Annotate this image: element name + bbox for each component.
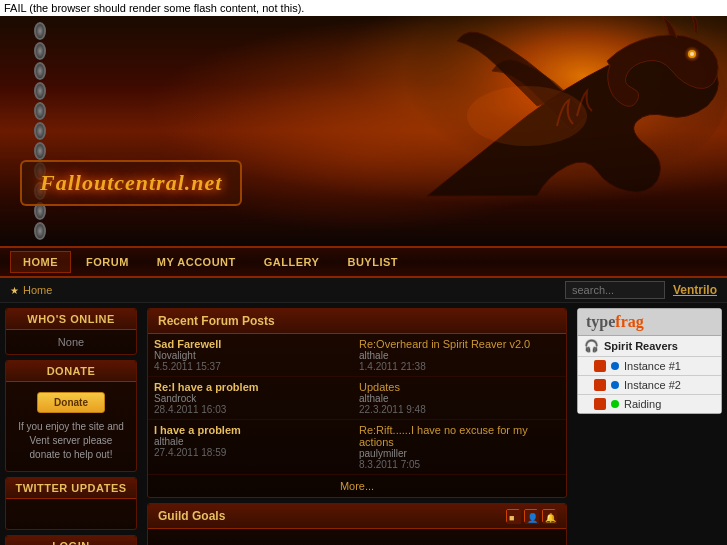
typefrag-row-spirit-reavers: 🎧 Spirit Reavers	[578, 336, 721, 357]
left-sidebar: Who's Online None Donate Donate If you e…	[5, 308, 137, 545]
post-right-2: Updates althale 22.3.2011 9:48	[359, 381, 560, 415]
svg-point-4	[35, 103, 45, 119]
typefrag-label-instance-2: Instance #2	[624, 379, 681, 391]
breadcrumb: ★ Home	[10, 284, 52, 296]
search-input[interactable]	[565, 281, 665, 299]
navigation-bar: HOME FORUM MY ACCOUNT GALLERY BUYLIST	[0, 246, 727, 278]
flash-fail-notice: FAIL (the browser should render some fla…	[0, 0, 727, 16]
svg-point-3	[35, 83, 45, 99]
instance-2-status-dot	[611, 381, 619, 389]
site-title-container: Falloutcentral.net	[20, 160, 242, 206]
donate-button-area: Donate	[12, 392, 130, 413]
nav-item-home[interactable]: HOME	[10, 251, 71, 273]
post-title-1[interactable]: Sad Farewell	[154, 338, 355, 350]
svg-point-14	[690, 52, 694, 56]
post-right-1: Re:Overheard in Spirit Reaver v2.0 altha…	[359, 338, 560, 372]
post-date-1: 4.5.2011 15:37	[154, 361, 355, 372]
post-reply-2[interactable]: Updates	[359, 381, 560, 393]
instance-1-color-icon	[594, 360, 606, 372]
guild-icon-3[interactable]: 🔔	[542, 509, 556, 523]
svg-text:🔔: 🔔	[545, 512, 557, 524]
instance-2-color-icon	[594, 379, 606, 391]
svg-point-5	[35, 123, 45, 139]
forum-posts-widget: Recent Forum Posts Sad Farewell Novaligh…	[147, 308, 567, 498]
post-reply-1[interactable]: Re:Overheard in Spirit Reaver v2.0	[359, 338, 560, 350]
svg-text:■: ■	[509, 513, 514, 523]
forum-post-row-1: Sad Farewell Novalight 4.5.2011 15:37 Re…	[148, 334, 566, 377]
right-sidebar: typefrag 🎧 Spirit Reavers Instance #1	[577, 308, 722, 545]
post-reply-date-3: 8.3.2011 7:05	[359, 459, 560, 470]
headphone-icon: 🎧	[584, 339, 599, 353]
center-content: Recent Forum Posts Sad Farewell Novaligh…	[142, 308, 572, 545]
svg-point-1	[35, 43, 45, 59]
svg-point-0	[35, 23, 45, 39]
post-reply-author-2: althale	[359, 393, 560, 404]
guild-icon-2[interactable]: 👤	[524, 509, 538, 523]
post-author-2: Sandrock	[154, 393, 355, 404]
twitter-widget: Twitter Updates	[5, 477, 137, 530]
nav-item-my-account[interactable]: MY ACCOUNT	[144, 251, 249, 273]
twitter-content	[6, 499, 136, 529]
more-posts-link[interactable]: More...	[148, 475, 566, 497]
guild-icon-1[interactable]: ■	[506, 509, 520, 523]
post-reply-author-3: paulymiller	[359, 448, 560, 459]
typefrag-row-raiding: Raiding	[578, 395, 721, 413]
post-title-2[interactable]: Re:I have a problem	[154, 381, 355, 393]
instance-1-status-dot	[611, 362, 619, 370]
dragon-graphic	[227, 16, 727, 246]
donate-widget: Donate Donate If you enjoy the site and …	[5, 360, 137, 472]
svg-point-10	[35, 223, 45, 239]
svg-point-6	[35, 143, 45, 159]
post-left-3: I have a problem althale 27.4.2011 18:59	[154, 424, 355, 470]
whos-online-widget: Who's Online None	[5, 308, 137, 355]
site-title: Falloutcentral.net	[40, 170, 222, 196]
guild-goals-content	[148, 529, 566, 545]
typefrag-label-raiding: Raiding	[624, 398, 661, 410]
nav-item-buylist[interactable]: BUYLIST	[334, 251, 411, 273]
raiding-status-dot	[611, 400, 619, 408]
post-title-3[interactable]: I have a problem	[154, 424, 355, 436]
post-left-2: Re:I have a problem Sandrock 28.4.2011 1…	[154, 381, 355, 415]
post-date-3: 27.4.2011 18:59	[154, 447, 355, 458]
donate-title: Donate	[6, 361, 136, 382]
post-author-1: Novalight	[154, 350, 355, 361]
donate-description: If you enjoy the site and Vent server pl…	[12, 417, 130, 465]
donate-content: Donate If you enjoy the site and Vent se…	[6, 382, 136, 471]
breadcrumb-text: Home	[23, 284, 52, 296]
post-reply-author-1: althale	[359, 350, 560, 361]
guild-goals-title: Guild Goals	[158, 509, 225, 523]
ventrilo-link[interactable]: Ventrilo	[673, 283, 717, 297]
typefrag-label-instance-1: Instance #1	[624, 360, 681, 372]
raiding-color-icon	[594, 398, 606, 410]
login-widget: Login ACcount	[5, 535, 137, 545]
breadcrumb-star: ★	[10, 285, 19, 296]
svg-text:👤: 👤	[527, 512, 539, 524]
nav-item-forum[interactable]: FORUM	[73, 251, 142, 273]
forum-post-row-2: Re:I have a problem Sandrock 28.4.2011 1…	[148, 377, 566, 420]
svg-point-2	[35, 63, 45, 79]
post-reply-3[interactable]: Re:Rift......I have no excuse for my act…	[359, 424, 560, 448]
whos-online-content: None	[6, 330, 136, 354]
chain-decoration	[30, 16, 50, 246]
post-date-2: 28.4.2011 16:03	[154, 404, 355, 415]
whos-online-title: Who's Online	[6, 309, 136, 330]
post-right-3: Re:Rift......I have no excuse for my act…	[359, 424, 560, 470]
post-author-3: althale	[154, 436, 355, 447]
post-reply-date-1: 1.4.2011 21:38	[359, 361, 560, 372]
forum-posts-title: Recent Forum Posts	[148, 309, 566, 334]
typefrag-label-spirit-reavers: Spirit Reavers	[604, 340, 678, 352]
header-banner: Falloutcentral.net	[0, 16, 727, 246]
twitter-title: Twitter Updates	[6, 478, 136, 499]
guild-goals-widget: Guild Goals ■ 👤 🔔	[147, 503, 567, 545]
donate-button[interactable]: Donate	[37, 392, 105, 413]
post-reply-date-2: 22.3.2011 9:48	[359, 404, 560, 415]
login-title: Login	[6, 536, 136, 545]
typefrag-logo: typefrag	[586, 313, 644, 331]
typefrag-row-instance-1: Instance #1	[578, 357, 721, 376]
forum-post-row-3: I have a problem althale 27.4.2011 18:59…	[148, 420, 566, 475]
typefrag-content: 🎧 Spirit Reavers Instance #1 Instance #2	[578, 336, 721, 413]
nav-item-gallery[interactable]: GALLERY	[251, 251, 333, 273]
post-left-1: Sad Farewell Novalight 4.5.2011 15:37	[154, 338, 355, 372]
typefrag-header: typefrag	[578, 309, 721, 336]
guild-goals-header: Guild Goals ■ 👤 🔔	[148, 504, 566, 529]
